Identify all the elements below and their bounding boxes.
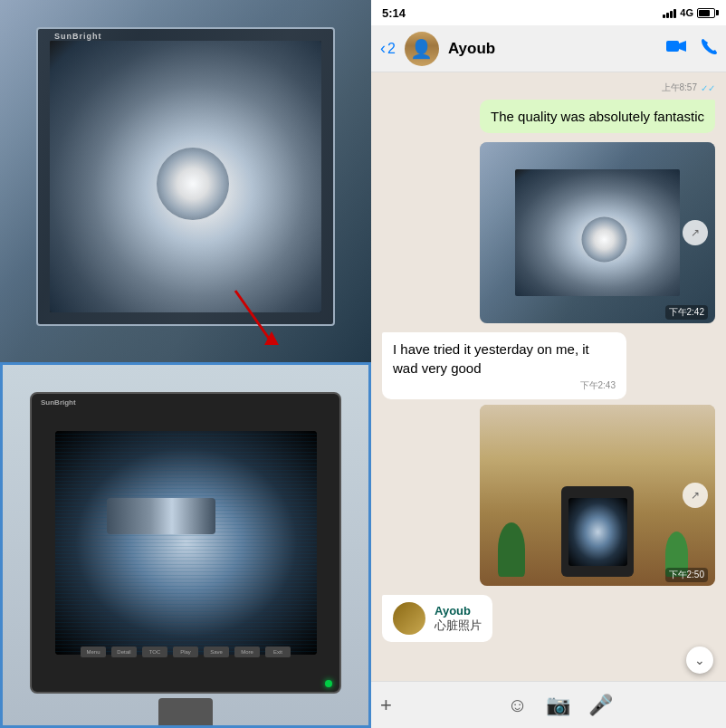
- back-count: 2: [387, 41, 396, 57]
- signal-bars: [663, 7, 676, 18]
- menu-button[interactable]: Menu: [81, 647, 106, 657]
- received-bottom-content: Ayoub 心脏照片: [435, 604, 482, 634]
- status-bar: 5:14 4G: [371, 0, 726, 25]
- room-image-message[interactable]: ↗ 下午2:50: [480, 405, 715, 586]
- status-right: 4G: [663, 7, 715, 18]
- green-indicator: [325, 680, 332, 687]
- bottom-image-container: × SunBright Menu Detail TOC Play: [0, 362, 371, 728]
- check-marks-1: ✓✓: [701, 83, 715, 93]
- ultrasound-image-top: [50, 41, 321, 312]
- ultrasound-bottom-bg: SunBright Menu Detail TOC Play Save More…: [3, 365, 368, 725]
- device-top-label: SunBright: [54, 32, 102, 41]
- first-message-time: 上午8:57: [662, 81, 697, 94]
- first-message-time-row: 上午8:57 ✓✓: [382, 81, 715, 94]
- phone-call-icon[interactable]: [701, 38, 717, 59]
- device-body: SunBright Menu Detail TOC Play Save More…: [30, 392, 341, 694]
- ultrasound-screen-bottom: [55, 431, 317, 655]
- scroll-down-button[interactable]: ⌄: [686, 647, 713, 674]
- sent-image-1: ↗ 下午2:42: [382, 139, 715, 327]
- ultrasound-image-message[interactable]: ↗ 下午2:42: [480, 142, 715, 323]
- bubble-time-received-1: 下午2:43: [393, 379, 616, 392]
- play-button[interactable]: Play: [173, 647, 198, 657]
- header-icons: [666, 38, 717, 59]
- avatar-face: 👤: [405, 32, 439, 66]
- received-bottom-text: 心脏照片: [435, 618, 482, 634]
- back-button[interactable]: ‹ 2: [380, 39, 396, 58]
- scroll-down-icon: ⌄: [694, 653, 705, 667]
- ultrasound-top-bg: SunBright: [0, 0, 371, 362]
- scan-lines: [55, 431, 317, 655]
- msg-ultrasound-img: [515, 169, 680, 296]
- device-screen-room: [568, 498, 627, 566]
- svg-line-0: [235, 291, 272, 342]
- red-arrow: [217, 286, 290, 353]
- camera-icon[interactable]: 📷: [546, 694, 570, 717]
- ultrasound-image-bottom: [55, 431, 317, 655]
- contact-name[interactable]: Ayoub: [448, 40, 657, 58]
- toolbar-center: ☺ 📷 🎤: [403, 694, 717, 717]
- top-image-container: SunBright: [0, 0, 371, 362]
- sent-image-2: ↗ 下午2:50: [382, 405, 715, 586]
- image-timestamp-2: 下午2:50: [665, 568, 708, 582]
- image-timestamp-1: 下午2:42: [665, 305, 708, 320]
- emoji-icon[interactable]: ☺: [507, 694, 527, 717]
- sent-message-1: The quality was absolutely fantastic: [382, 100, 715, 133]
- ultrasound-screen-top: [50, 41, 321, 312]
- svg-rect-2: [666, 41, 679, 52]
- save-button[interactable]: Save: [204, 647, 229, 657]
- battery-icon: [697, 8, 715, 18]
- signal-bar-3: [670, 11, 673, 18]
- left-panel: SunBright × SunBright: [0, 0, 371, 728]
- chat-toolbar: + ☺ 📷 🎤: [371, 681, 726, 728]
- chat-area[interactable]: 上午8:57 ✓✓ The quality was absolutely fan…: [371, 72, 726, 681]
- more-button[interactable]: More: [234, 647, 260, 657]
- bubble-text-received-1: I have tried it yesterday on me, it wad …: [393, 341, 589, 376]
- device-buttons: Menu Detail TOC Play Save More Exit: [81, 647, 291, 657]
- avatar: 👤: [405, 32, 439, 66]
- status-time: 5:14: [382, 6, 406, 20]
- share-button[interactable]: ↗: [683, 220, 708, 245]
- plus-icon[interactable]: +: [380, 694, 392, 717]
- signal-bar-4: [673, 9, 676, 18]
- device-brand-label: SunBright: [41, 398, 76, 407]
- signal-bar-1: [663, 14, 665, 18]
- avatar-small: [393, 602, 425, 635]
- bubble-received-1: I have tried it yesterday on me, it wad …: [382, 332, 626, 399]
- received-contact-name: Ayoub: [435, 604, 482, 618]
- device-stand: [158, 698, 213, 725]
- video-call-icon[interactable]: [666, 39, 686, 58]
- toc-button[interactable]: TOC: [142, 647, 167, 657]
- network-label: 4G: [680, 7, 693, 18]
- ultrasound-image-inner: [480, 142, 715, 323]
- bubble-text-1: The quality was absolutely fantastic: [491, 109, 704, 124]
- right-panel: 5:14 4G ‹ 2 👤 Ayoub: [371, 0, 726, 728]
- plant-left: [498, 522, 525, 577]
- svg-marker-3: [679, 41, 686, 52]
- received-preview: Ayoub 心脏照片: [382, 595, 715, 642]
- received-bottom-bubble: Ayoub 心脏照片: [382, 595, 492, 642]
- received-message-1: I have tried it yesterday on me, it wad …: [382, 332, 715, 399]
- detail-button[interactable]: Detail: [111, 647, 137, 657]
- mic-icon[interactable]: 🎤: [588, 694, 613, 717]
- chat-header: ‹ 2 👤 Ayoub: [371, 25, 726, 72]
- exit-button[interactable]: Exit: [265, 647, 291, 657]
- device-screen-img-room: [568, 498, 627, 566]
- battery-fill: [699, 10, 710, 16]
- bubble-sent-1: The quality was absolutely fantastic: [480, 100, 715, 133]
- msg-ultrasound-screen: [515, 169, 680, 296]
- share-button-2[interactable]: ↗: [683, 483, 708, 508]
- signal-bar-2: [666, 13, 669, 18]
- device-in-room: [561, 486, 634, 577]
- room-background: [480, 405, 715, 586]
